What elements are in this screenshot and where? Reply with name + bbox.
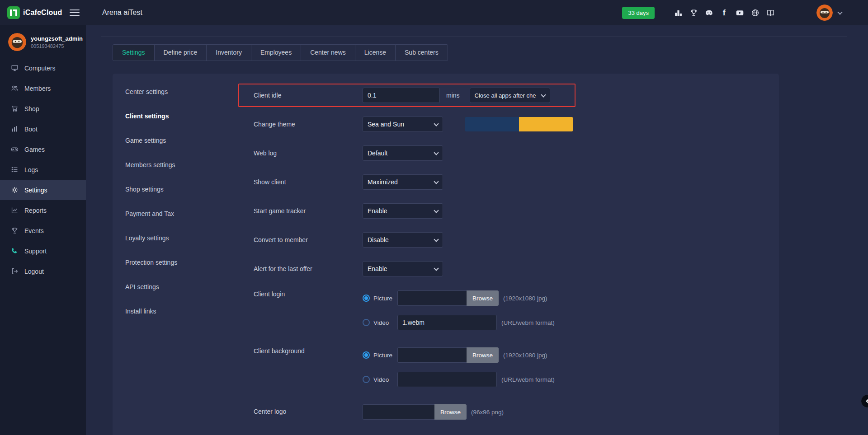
client-idle-action-select[interactable]: Close all apps after che bbox=[470, 88, 550, 103]
subnav-api-settings[interactable]: API settings bbox=[113, 275, 223, 299]
reports-icon bbox=[11, 206, 19, 214]
sidebar-item-settings[interactable]: Settings bbox=[0, 180, 86, 200]
field-label: Client login bbox=[254, 290, 363, 330]
client-background-picture-input[interactable] bbox=[397, 347, 467, 363]
tab-center-news[interactable]: Center news bbox=[301, 44, 355, 61]
client-login-picture-radio[interactable] bbox=[363, 295, 370, 302]
center-logo-input[interactable] bbox=[363, 404, 434, 420]
client-background-picture-browse-button[interactable]: Browse bbox=[467, 347, 499, 363]
tab-employees[interactable]: Employees bbox=[251, 44, 301, 61]
field-label: Web log bbox=[254, 150, 363, 157]
radio-label: Picture bbox=[373, 352, 397, 359]
sidebar-item-label: Games bbox=[24, 146, 45, 153]
sidebar-item-reports[interactable]: Reports bbox=[0, 200, 86, 220]
user-block: youngzsoft_admin 005193482475 bbox=[0, 25, 86, 58]
client-login-picture-browse-button[interactable]: Browse bbox=[467, 290, 499, 306]
theme-preview bbox=[465, 117, 573, 131]
sidebar-item-boot[interactable]: Boot bbox=[0, 119, 86, 139]
discord-icon[interactable] bbox=[704, 8, 713, 17]
user-id: 005193482475 bbox=[31, 43, 83, 49]
subnav-client-settings[interactable]: Client settings bbox=[113, 104, 223, 128]
sidebar-item-logout[interactable]: Logout bbox=[0, 261, 86, 281]
web-log-select[interactable]: Default bbox=[363, 145, 443, 161]
sidebar-item-support[interactable]: Support bbox=[0, 241, 86, 261]
sidebar-item-label: Events bbox=[24, 227, 44, 234]
subnav-game-settings[interactable]: Game settings bbox=[113, 128, 223, 153]
select-value: Disable bbox=[368, 236, 431, 243]
client-login-video-radio[interactable] bbox=[363, 319, 370, 326]
shop-icon bbox=[11, 105, 19, 112]
sidebar-item-label: Shop bbox=[24, 105, 39, 112]
radio-label: Video bbox=[373, 376, 397, 383]
sidebar-item-logs[interactable]: Logs bbox=[0, 159, 86, 180]
user-name: youngzsoft_admin bbox=[31, 35, 83, 42]
tab-settings[interactable]: Settings bbox=[113, 44, 155, 61]
youtube-icon[interactable] bbox=[735, 8, 744, 17]
subnav-protection-settings[interactable]: Protection settings bbox=[113, 250, 223, 275]
subnav-center-settings[interactable]: Center settings bbox=[113, 80, 223, 104]
start-game-tracker-row: Start game tracker Enable bbox=[254, 196, 779, 225]
members-icon bbox=[11, 84, 19, 92]
sidebar-item-shop[interactable]: Shop bbox=[0, 98, 86, 119]
tab-license[interactable]: License bbox=[355, 44, 396, 61]
subnav-payment-and-tax[interactable]: Payment and Tax bbox=[113, 201, 223, 226]
theme-swatch-yellow bbox=[519, 117, 573, 131]
select-value: Enable bbox=[368, 207, 431, 215]
center-logo-filegroup: Browse bbox=[363, 404, 467, 420]
start-game-tracker-select[interactable]: Enable bbox=[363, 203, 443, 219]
sidebar-item-members[interactable]: Members bbox=[0, 78, 86, 98]
ranking-icon[interactable] bbox=[674, 8, 683, 17]
settings-card: Center settings Client settings Game set… bbox=[113, 74, 779, 435]
chevron-down-icon bbox=[434, 121, 439, 126]
field-label: Show client bbox=[254, 178, 363, 186]
events-icon bbox=[11, 227, 19, 234]
subnav-members-settings[interactable]: Members settings bbox=[113, 153, 223, 177]
field-label: Alert for the last offer bbox=[254, 265, 363, 272]
chevron-down-icon[interactable] bbox=[837, 9, 842, 14]
sidebar-item-events[interactable]: Events bbox=[0, 220, 86, 241]
field-hint: (URL/webm format) bbox=[501, 376, 555, 383]
client-background-picture-filegroup: Browse bbox=[397, 347, 499, 363]
tab-define-price[interactable]: Define price bbox=[154, 44, 207, 61]
sidebar-item-label: Settings bbox=[24, 187, 47, 194]
alert-last-offer-select[interactable]: Enable bbox=[363, 261, 443, 276]
logs-icon bbox=[11, 166, 19, 173]
user-avatar[interactable] bbox=[816, 5, 833, 21]
client-background-video-input[interactable] bbox=[397, 372, 497, 387]
client-background-video-radio[interactable] bbox=[363, 376, 370, 383]
subnav-loyalty-settings[interactable]: Loyalty settings bbox=[113, 226, 223, 250]
trophy-icon[interactable] bbox=[689, 8, 698, 17]
book-icon[interactable] bbox=[766, 8, 775, 17]
convert-to-member-select[interactable]: Disable bbox=[363, 232, 443, 248]
logo-area: iCafeCloud bbox=[0, 0, 86, 25]
show-client-select[interactable]: Maximized bbox=[363, 174, 443, 190]
sidebar-item-label: Support bbox=[24, 248, 47, 255]
tab-inventory[interactable]: Inventory bbox=[206, 44, 251, 61]
computers-icon bbox=[11, 64, 19, 72]
client-login-picture-input[interactable] bbox=[397, 290, 467, 306]
client-login-video-input[interactable] bbox=[397, 315, 497, 330]
chevron-down-icon bbox=[434, 237, 439, 242]
change-theme-select[interactable]: Sea and Sun bbox=[363, 117, 443, 132]
main-content: Settings Define price Inventory Employee… bbox=[86, 25, 868, 435]
field-hint: (1920x1080 jpg) bbox=[503, 295, 547, 302]
tab-sub-centers[interactable]: Sub centers bbox=[395, 44, 448, 61]
sidebar-item-computers[interactable]: Computers bbox=[0, 58, 86, 78]
field-label: Client idle bbox=[254, 92, 363, 99]
globe-icon[interactable] bbox=[750, 8, 760, 17]
subnav-install-links[interactable]: Install links bbox=[113, 299, 223, 323]
unit-label: mins bbox=[446, 92, 460, 99]
show-client-row: Show client Maximized bbox=[254, 168, 779, 196]
client-idle-row: Client idle mins Close all apps after ch… bbox=[254, 81, 779, 110]
menu-toggle-button[interactable] bbox=[70, 8, 80, 18]
sidebar-item-games[interactable]: Games bbox=[0, 139, 86, 159]
license-days-badge[interactable]: 33 days bbox=[622, 7, 655, 19]
center-logo-browse-button[interactable]: Browse bbox=[434, 404, 467, 420]
client-idle-input[interactable] bbox=[363, 88, 440, 103]
tab-bar: Settings Define price Inventory Employee… bbox=[113, 44, 448, 61]
subnav-shop-settings[interactable]: Shop settings bbox=[113, 177, 223, 201]
select-value: Default bbox=[368, 150, 431, 157]
client-background-picture-radio[interactable] bbox=[363, 351, 370, 359]
facebook-icon[interactable]: f bbox=[720, 8, 729, 17]
client-login-block: Client login Picture Browse (1920x1080 j… bbox=[254, 290, 779, 330]
